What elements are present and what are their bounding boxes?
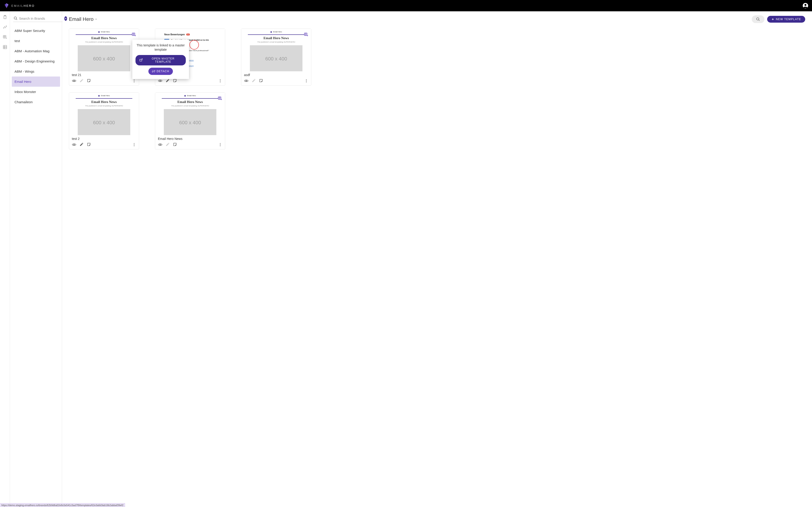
svg-point-23	[134, 143, 135, 144]
svg-point-22	[73, 144, 75, 145]
brand-item[interactable]: Email Hero	[12, 76, 60, 87]
note-icon[interactable]	[87, 143, 91, 147]
preview-title: Email Hero News	[91, 36, 117, 40]
diamond-icon	[4, 3, 9, 9]
preview-icon[interactable]	[158, 143, 162, 147]
grid-icon[interactable]	[3, 45, 7, 49]
svg-point-24	[134, 145, 135, 145]
template-preview: ◆ Email Hero Email Hero News The publish…	[69, 93, 139, 135]
linked-badge-icon[interactable]	[132, 33, 136, 37]
preview-icon[interactable]	[72, 143, 77, 147]
svg-point-7	[757, 18, 759, 20]
brand-title-dropdown[interactable]: Email Hero	[69, 16, 97, 22]
nav-rail	[0, 11, 10, 507]
preview-subtitle: The publisher's email templating SUPERHE…	[85, 105, 123, 107]
preview-brand-text: Email Hero	[101, 31, 110, 33]
edit-icon[interactable]	[166, 78, 170, 83]
topbar: EMAILHERO	[0, 0, 812, 11]
account-icon[interactable]	[803, 3, 808, 9]
brand-item[interactable]: Chamaileon	[12, 97, 60, 107]
preview-image-placeholder: 600 x 400	[164, 109, 216, 135]
app-name: EMAILHERO	[11, 4, 35, 7]
svg-point-20	[306, 80, 307, 81]
edit-icon[interactable]	[80, 78, 84, 83]
clipboard-icon[interactable]	[3, 15, 7, 19]
template-card[interactable]: ◆ Email Hero Email Hero News The publish…	[241, 29, 311, 86]
note-icon[interactable]	[173, 143, 177, 147]
new-template-button[interactable]: NEW TEMPLATE	[767, 16, 805, 23]
status-url: https://demo.staging.emailhero.io/brands…	[1, 504, 123, 507]
preview-brand-text: Email Hero	[101, 95, 110, 97]
template-card[interactable]: ◆ Email Hero Email Hero News The publish…	[155, 92, 225, 150]
brand-item[interactable]: ABM - Automation Mag	[12, 46, 60, 56]
svg-point-27	[160, 144, 161, 145]
diamond-icon: ◆	[184, 94, 186, 97]
unlink-icon	[152, 70, 155, 73]
edit-icon[interactable]	[252, 78, 256, 83]
svg-point-30	[220, 146, 221, 146]
preview-subtitle: The publisher's email templating SUPERHE…	[257, 41, 295, 43]
preview-icon[interactable]	[158, 78, 162, 83]
diamond-icon: ◆	[270, 31, 272, 33]
app-logo[interactable]: EMAILHERO	[4, 3, 35, 9]
edit-icon[interactable]	[166, 143, 170, 147]
diamond-icon: ◆	[98, 31, 100, 33]
svg-point-28	[220, 143, 221, 144]
search-input[interactable]	[19, 16, 62, 20]
tools-icon[interactable]	[3, 25, 7, 30]
more-icon[interactable]	[218, 143, 222, 147]
more-icon[interactable]	[132, 79, 136, 83]
template-preview: ◆ Email Hero Email Hero News The publish…	[241, 29, 311, 71]
template-add-icon[interactable]	[3, 35, 7, 39]
preview-subtitle: The publisher's email templating SUPERHE…	[171, 105, 209, 107]
search-icon	[14, 16, 18, 20]
svg-rect-31	[140, 59, 142, 61]
open-master-template-button[interactable]: OPEN MASTER TEMPLATE	[136, 55, 186, 65]
template-name: Email Hero News	[155, 135, 225, 141]
note-icon[interactable]	[173, 78, 177, 83]
preview-divider	[76, 35, 132, 35]
brand-item[interactable]: Inbox Monster	[12, 87, 60, 97]
svg-point-21	[306, 82, 307, 82]
diamond-icon: ◆	[98, 94, 100, 97]
preview-image-placeholder: 600 x 400	[78, 109, 130, 135]
template-name: test 2	[69, 135, 139, 141]
main-content: Email Hero NEW TEMPLATE ◆	[62, 11, 812, 507]
preview-section-title: Neue Bewertungen	[164, 33, 185, 36]
preview-title: Email Hero News	[177, 100, 203, 104]
template-card[interactable]: ◆ Email Hero Email Hero News The publish…	[69, 92, 139, 150]
chevron-down-icon	[95, 18, 97, 20]
svg-point-19	[306, 79, 307, 80]
templates-search-button[interactable]	[752, 15, 764, 23]
preview-icon[interactable]	[72, 78, 77, 83]
linked-badge-icon[interactable]	[304, 33, 308, 37]
svg-point-1	[805, 4, 807, 6]
brand-item[interactable]: ABM - Design Engineering	[12, 56, 60, 66]
search-input-wrap[interactable]	[13, 15, 62, 22]
more-icon[interactable]	[132, 143, 136, 147]
note-icon[interactable]	[87, 78, 91, 83]
more-icon[interactable]	[304, 79, 308, 83]
linked-badge-icon[interactable]	[218, 96, 222, 101]
brand-item[interactable]: ABM Super Security	[12, 25, 60, 36]
svg-rect-5	[3, 46, 7, 49]
note-icon[interactable]	[259, 78, 263, 83]
svg-point-14	[220, 79, 221, 80]
preview-image-placeholder: 600 x 400	[250, 45, 302, 71]
open-icon	[139, 58, 143, 62]
template-card[interactable]: ◆ Email Hero Email Hero News The publish…	[69, 29, 139, 86]
detach-button[interactable]: DETACH	[148, 68, 173, 75]
brand-item[interactable]: ABM - Wings	[12, 66, 60, 76]
brand-item[interactable]: test	[12, 36, 60, 46]
linked-template-popover: This template is linked to a master temp…	[132, 40, 189, 79]
edit-icon[interactable]	[80, 143, 84, 147]
svg-point-25	[134, 146, 135, 146]
preview-divider	[76, 98, 132, 99]
preview-icon[interactable]	[244, 78, 249, 83]
preview-title: Email Hero News	[263, 36, 289, 40]
svg-point-29	[220, 145, 221, 145]
preview-brand-text: Email Hero	[187, 95, 196, 97]
preview-brand-text: Email Hero	[273, 31, 282, 33]
brands-sidebar: ABM Super SecuritytestABM - Automation M…	[10, 11, 62, 507]
more-icon[interactable]	[218, 79, 222, 83]
